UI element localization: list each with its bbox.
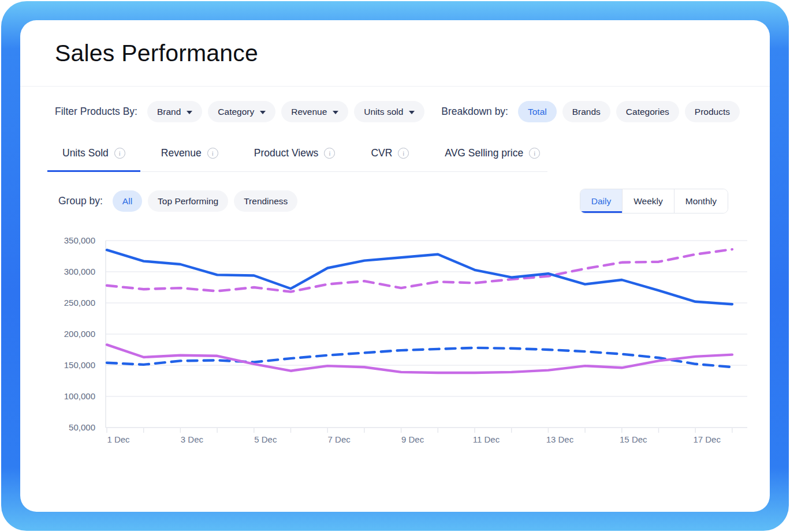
x-axis-tick-label: 9 Dec (401, 434, 424, 444)
period-daily[interactable]: Daily (580, 189, 622, 213)
breakdown-label: Breakdown by: (441, 106, 508, 118)
breakdown-option-brands[interactable]: Brands (562, 101, 610, 122)
tab-units-sold[interactable]: Units Sold i (47, 141, 140, 172)
group-by-group: Group by: All Top Performing Trendiness (58, 190, 297, 212)
info-icon[interactable]: i (114, 148, 125, 159)
groupby-row: Group by: All Top Performing Trendiness … (58, 189, 728, 213)
tab-cvr-label: CVR (371, 147, 392, 159)
tab-units-sold-label: Units Sold (62, 147, 109, 159)
tab-product-views[interactable]: Product Views i (239, 141, 351, 172)
series-solid-blue (107, 250, 732, 304)
period-monthly[interactable]: Monthly (674, 189, 728, 213)
group-by-label: Group by: (58, 195, 103, 207)
units-sold-dropdown[interactable]: Units sold (354, 101, 424, 122)
info-icon[interactable]: i (324, 148, 335, 159)
category-dropdown[interactable]: Category (208, 101, 275, 122)
tab-revenue-label: Revenue (161, 147, 202, 159)
revenue-dropdown[interactable]: Revenue (281, 101, 348, 122)
y-axis-tick-label: 50,000 (69, 422, 95, 432)
metric-tabs: Units Sold i Revenue i Product Views i C… (47, 141, 547, 172)
x-axis-tick-label: 13 Dec (546, 434, 574, 444)
tab-cvr[interactable]: CVR i (356, 141, 424, 172)
x-axis-tick-label: 15 Dec (620, 434, 647, 444)
info-icon[interactable]: i (207, 148, 218, 159)
tab-product-views-label: Product Views (254, 147, 319, 159)
x-axis-tick-label: 5 Dec (254, 434, 277, 444)
revenue-dropdown-label: Revenue (291, 107, 327, 117)
header-divider (20, 86, 770, 87)
breakdown-option-categories[interactable]: Categories (616, 101, 679, 122)
tab-avg-selling-price[interactable]: AVG Selling price i (430, 141, 555, 172)
breakdown-option-total[interactable]: Total (518, 101, 557, 122)
page-title: Sales Performance (55, 40, 770, 67)
y-axis-tick-label: 200,000 (64, 329, 95, 339)
chart-area: 350,000300,000250,000200,000150,000100,0… (51, 230, 770, 451)
tab-revenue[interactable]: Revenue i (146, 141, 233, 172)
x-axis-tick-label: 17 Dec (693, 434, 721, 444)
y-axis-tick-label: 300,000 (64, 267, 95, 276)
chevron-down-icon (260, 111, 266, 114)
x-axis-tick-label: 11 Dec (473, 434, 500, 444)
category-dropdown-label: Category (218, 107, 254, 117)
group-by-option-all[interactable]: All (113, 190, 142, 212)
breakdown-option-products[interactable]: Products (685, 101, 740, 122)
period-toggle: Daily Weekly Monthly (580, 189, 728, 213)
x-axis-tick-label: 3 Dec (181, 434, 204, 444)
period-weekly[interactable]: Weekly (622, 189, 674, 213)
y-axis-tick-label: 250,000 (64, 298, 95, 308)
y-axis-tick-label: 100,000 (64, 391, 95, 401)
filter-products-label: Filter Products By: (55, 106, 137, 118)
y-axis-tick-label: 350,000 (64, 235, 95, 245)
tab-avg-selling-price-label: AVG Selling price (445, 147, 523, 159)
chevron-down-icon (409, 111, 415, 114)
chevron-down-icon (187, 111, 192, 114)
info-icon[interactable]: i (529, 148, 540, 159)
filter-row: Filter Products By: Brand Category Reven… (55, 101, 740, 122)
breakdown-group: Breakdown by: Total Brands Categories Pr… (441, 101, 740, 122)
brand-dropdown-label: Brand (157, 107, 181, 117)
x-axis-tick-label: 7 Dec (328, 434, 351, 444)
sales-chart: 350,000300,000250,000200,000150,000100,0… (51, 230, 751, 449)
filter-products-group: Filter Products By: Brand Category Reven… (55, 101, 424, 122)
info-icon[interactable]: i (398, 148, 409, 159)
units-sold-dropdown-label: Units sold (364, 107, 403, 117)
x-axis-tick-label: 1 Dec (107, 434, 130, 444)
chevron-down-icon (333, 111, 338, 114)
app-frame: Sales Performance Filter Products By: Br… (1, 1, 789, 531)
group-by-option-top-performing[interactable]: Top Performing (148, 190, 228, 212)
group-by-option-trendiness[interactable]: Trendiness (234, 190, 297, 212)
sales-performance-card: Sales Performance Filter Products By: Br… (20, 20, 770, 512)
y-axis-tick-label: 150,000 (64, 360, 95, 370)
brand-dropdown[interactable]: Brand (147, 101, 202, 122)
